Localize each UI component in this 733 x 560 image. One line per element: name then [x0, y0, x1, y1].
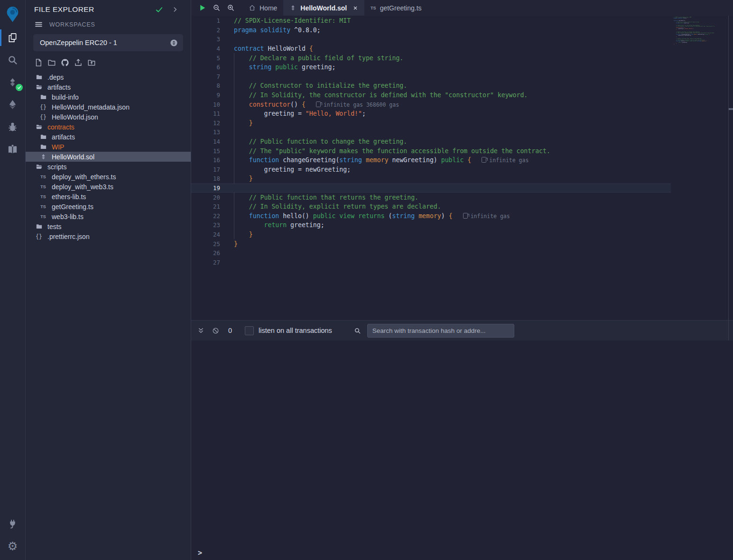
hamburger-menu-icon[interactable]: [35, 20, 43, 28]
tree-item-label: tests: [47, 223, 62, 230]
code-line-14[interactable]: 14 // Public function to change the gree…: [191, 137, 671, 147]
code-line-27[interactable]: 27: [191, 257, 671, 267]
tree-item-tests[interactable]: tests: [26, 221, 191, 231]
upload-folder-icon[interactable]: [87, 58, 96, 67]
activity-search[interactable]: [0, 49, 26, 71]
tree-item-deploy_with_web3.ts[interactable]: TSdeploy_with_web3.ts: [26, 182, 191, 192]
code-line-22[interactable]: 22 function hello() public view returns …: [191, 211, 671, 220]
code-line-15[interactable]: 15 // The "public" keyword makes the fun…: [191, 146, 671, 156]
new-file-icon[interactable]: [34, 58, 43, 67]
activity-learneth[interactable]: [0, 138, 26, 160]
tree-item-build-info[interactable]: build-info: [26, 92, 191, 102]
code-line-24[interactable]: 24 }: [191, 230, 671, 239]
tab-Home[interactable]: Home: [242, 0, 283, 16]
transaction-search-input[interactable]: [367, 324, 514, 338]
expand-terminal-icon[interactable]: [197, 327, 204, 334]
code-line-12[interactable]: 12 }: [191, 119, 671, 128]
code-line-10[interactable]: 10 constructor() {infinite gas 368600 ga…: [191, 100, 671, 109]
activity-settings[interactable]: ⚙: [0, 535, 26, 557]
workspace-select[interactable]: OpenZeppelin ERC20 - 1: [33, 34, 183, 51]
clone-github-icon[interactable]: [61, 58, 69, 67]
workspaces-label: WORKSPACES: [49, 21, 95, 28]
gas-estimate-annotation: infinite gas: [482, 157, 529, 164]
code-line-26[interactable]: 26: [191, 248, 671, 258]
activity-deploy-and-run[interactable]: [0, 93, 26, 116]
line-number: 24: [191, 231, 220, 238]
terminal[interactable]: >: [191, 340, 733, 560]
line-number: 5: [191, 55, 220, 62]
code-line-17[interactable]: 17 greeting = newGreeting;: [191, 165, 671, 174]
tree-item-WIP[interactable]: WIP: [26, 142, 191, 152]
activity-file-explorer[interactable]: [0, 27, 26, 49]
folder-open-icon: [35, 123, 43, 130]
terminal-toolbar: 0 listen on all transactions: [191, 320, 733, 340]
editor-area: HomeHelloWorld.solTSgetGreeting.ts 1// S…: [191, 0, 733, 560]
close-icon[interactable]: [353, 5, 358, 11]
updown-sort-icon: [170, 39, 178, 47]
activity-plugin-manager[interactable]: [0, 513, 26, 535]
line-number: 3: [191, 36, 220, 43]
listen-transactions-checkbox[interactable]: [245, 326, 254, 335]
scrollbar-thumb[interactable]: [729, 108, 733, 110]
code-line-23[interactable]: 23 return greeting;: [191, 220, 671, 230]
tab-label: Home: [260, 4, 277, 12]
code-line-3[interactable]: 3: [191, 35, 671, 44]
code-line-25[interactable]: 25}: [191, 239, 671, 248]
code-line-18[interactable]: 18 }: [191, 174, 671, 184]
code-line-2[interactable]: 2pragma solidity ^0.8.0;: [191, 26, 671, 35]
tree-item-getGreeting.ts[interactable]: TSgetGreeting.ts: [26, 202, 191, 211]
tree-item-scripts[interactable]: scripts: [26, 162, 191, 172]
code-line-16[interactable]: 16 function changeGreeting(string memory…: [191, 156, 671, 165]
code-region[interactable]: 1// SPDX-License-Identifier: MIT2pragma …: [191, 16, 671, 320]
code-line-5[interactable]: 5 // Declare a public field of type stri…: [191, 53, 671, 63]
activity-solidity-compiler[interactable]: [0, 71, 26, 93]
tree-item-HelloWorld.sol[interactable]: HelloWorld.sol: [26, 152, 191, 162]
transaction-count: 0: [228, 327, 232, 334]
code-line-20[interactable]: 20 // Public function that returns the g…: [191, 193, 671, 202]
tab-getGreeting.ts[interactable]: TSgetGreeting.ts: [364, 0, 427, 16]
tree-item-artifacts[interactable]: artifacts: [26, 132, 191, 142]
code-line-11[interactable]: 11 greeting = "Hello, World!";: [191, 109, 671, 119]
tree-item-.deps[interactable]: .deps: [26, 72, 191, 82]
tree-item-HelloWorld.json[interactable]: {}HelloWorld.json: [26, 112, 191, 122]
code-line-1[interactable]: 1// SPDX-License-Identifier: MIT: [191, 16, 671, 26]
tree-item-ethers-lib.ts[interactable]: TSethers-lib.ts: [26, 192, 191, 202]
tree-item-.prettierrc.json[interactable]: {}.prettierrc.json: [26, 231, 191, 241]
zoom-in-icon[interactable]: [223, 0, 238, 16]
code-editor[interactable]: 1// SPDX-License-Identifier: MIT2pragma …: [191, 16, 733, 320]
tree-item-artifacts[interactable]: artifacts: [26, 82, 191, 92]
folder-open-icon: [35, 83, 43, 91]
tree-item-deploy_with_ethers.ts[interactable]: TSdeploy_with_ethers.ts: [26, 172, 191, 182]
code-line-13[interactable]: 13: [191, 128, 671, 137]
minimap[interactable]: // SPDX-License-Identifier: MITpragma so…: [674, 17, 714, 47]
upload-file-icon[interactable]: [74, 58, 83, 67]
clear-console-icon[interactable]: [212, 327, 219, 334]
code-line-4[interactable]: 4contract HelloWorld {: [191, 44, 671, 54]
tree-item-label: .prettierrc.json: [47, 233, 90, 240]
braces-icon: {}: [39, 104, 47, 110]
minimap-line: [674, 46, 714, 47]
tree-item-HelloWorld_metadata.json[interactable]: {}HelloWorld_metadata.json: [26, 102, 191, 112]
code-line-19[interactable]: 19: [191, 184, 671, 193]
code-line-8[interactable]: 8 // Constructor to initialize the greet…: [191, 81, 671, 91]
code-line-6[interactable]: 6 string public greeting;: [191, 63, 671, 72]
code-line-9[interactable]: 9 // In Solidity, the constructor is def…: [191, 91, 671, 100]
braces-icon: {}: [39, 114, 47, 120]
activity-debugger[interactable]: [0, 116, 26, 138]
tree-item-label: HelloWorld.sol: [52, 153, 94, 161]
line-number: 18: [191, 175, 220, 182]
tree-item-contracts[interactable]: contracts: [26, 122, 191, 132]
run-script-button[interactable]: [195, 0, 209, 16]
new-folder-icon[interactable]: [47, 58, 56, 67]
tree-item-web3-lib.ts[interactable]: TSweb3-lib.ts: [26, 211, 191, 221]
line-number: 19: [191, 184, 220, 192]
tab-HelloWorld.sol[interactable]: HelloWorld.sol: [283, 0, 364, 16]
chevron-right-icon[interactable]: [172, 6, 178, 13]
code-line-21[interactable]: 21 // In Solidity, explicit return types…: [191, 202, 671, 211]
activity-bar: ⚙: [0, 0, 26, 560]
zoom-out-icon[interactable]: [209, 0, 223, 16]
activity-remix-logo[interactable]: [0, 2, 26, 27]
gas-pump-icon: [482, 157, 486, 163]
ts-icon: TS: [371, 6, 376, 10]
code-line-7[interactable]: 7: [191, 72, 671, 82]
